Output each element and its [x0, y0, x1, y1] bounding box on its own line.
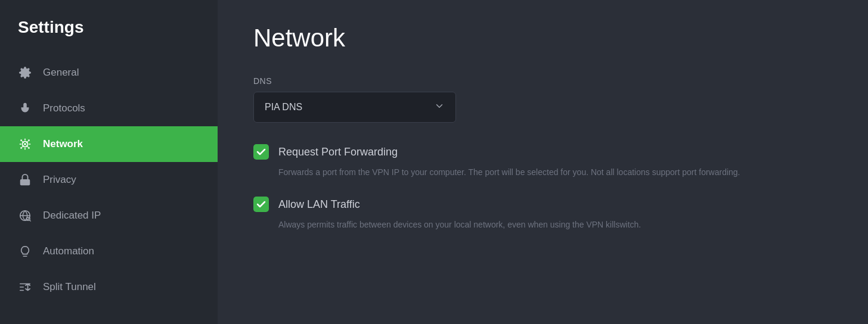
svg-point-1: [24, 143, 26, 145]
svg-point-5: [20, 147, 22, 149]
chevron-down-icon: [434, 101, 445, 114]
allow-lan-description: Always permits traffic between devices o…: [253, 218, 766, 231]
port-forwarding-row: Request Port Forwarding Forwards a port …: [253, 144, 832, 179]
sidebar-item-split-tunnel-label: Split Tunnel: [43, 281, 96, 293]
port-forwarding-description: Forwards a port from the VPN IP to your …: [253, 166, 766, 179]
main-content: Network DNS PIA DNS Request Port Forward…: [218, 0, 868, 324]
port-forwarding-checkbox[interactable]: [253, 144, 269, 160]
svg-rect-7: [20, 179, 30, 185]
sidebar-item-general-label: General: [43, 67, 79, 79]
allow-lan-label: Allow LAN Traffic: [278, 198, 360, 211]
split-icon: [18, 280, 32, 294]
svg-point-3: [20, 139, 22, 141]
sidebar-item-protocols-label: Protocols: [43, 102, 85, 114]
globe-key-icon: [18, 208, 32, 223]
lightbulb-icon: [18, 244, 32, 258]
sidebar-item-privacy[interactable]: Privacy: [0, 162, 218, 198]
sidebar-item-privacy-label: Privacy: [43, 174, 76, 186]
mic-icon: [18, 101, 32, 116]
dns-section: DNS PIA DNS: [253, 76, 832, 123]
sidebar-item-protocols[interactable]: Protocols: [0, 91, 218, 126]
sidebar-item-dedicated-ip-label: Dedicated IP: [43, 210, 101, 222]
svg-point-4: [28, 139, 30, 141]
lock-icon: [18, 173, 32, 187]
network-icon: [18, 137, 32, 151]
port-forwarding-header: Request Port Forwarding: [253, 144, 832, 160]
sidebar-item-network-label: Network: [43, 138, 83, 150]
page-title: Network: [253, 24, 832, 52]
sidebar-item-automation-label: Automation: [43, 245, 94, 257]
gear-icon: [18, 66, 32, 80]
sidebar-item-network[interactable]: Network: [0, 126, 218, 162]
svg-point-6: [28, 147, 30, 149]
dns-selected-value: PIA DNS: [265, 102, 302, 113]
sidebar-item-split-tunnel[interactable]: Split Tunnel: [0, 269, 218, 305]
sidebar-item-general[interactable]: General: [0, 55, 218, 91]
port-forwarding-label: Request Port Forwarding: [278, 146, 398, 158]
dns-label: DNS: [253, 76, 832, 86]
allow-lan-row: Allow LAN Traffic Always permits traffic…: [253, 197, 832, 231]
allow-lan-header: Allow LAN Traffic: [253, 197, 832, 212]
sidebar-title: Settings: [0, 18, 218, 55]
dns-dropdown[interactable]: PIA DNS: [253, 92, 456, 123]
sidebar-item-automation[interactable]: Automation: [0, 233, 218, 269]
sidebar: Settings General Protocols: [0, 0, 218, 324]
allow-lan-checkbox[interactable]: [253, 197, 269, 212]
sidebar-item-dedicated-ip[interactable]: Dedicated IP: [0, 198, 218, 233]
